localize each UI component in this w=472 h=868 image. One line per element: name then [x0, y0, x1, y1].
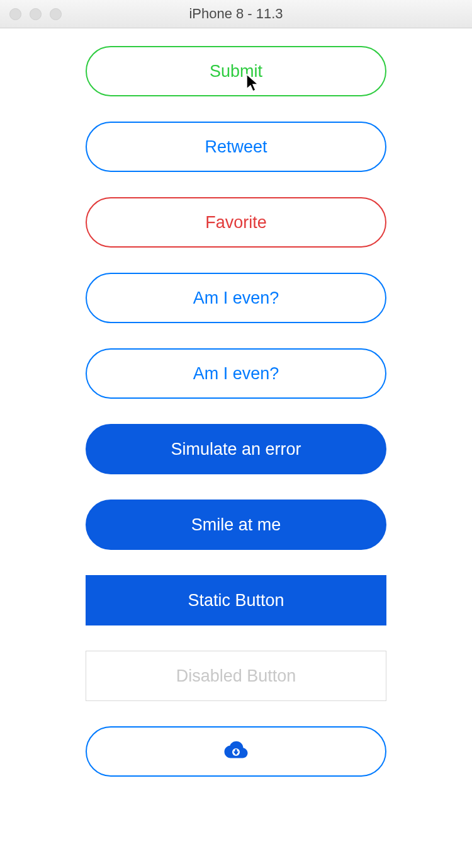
disabled-button-label: Disabled Button	[176, 666, 296, 686]
favorite-button-label: Favorite	[205, 213, 267, 232]
cloud-download-icon	[224, 740, 248, 763]
favorite-button[interactable]: Favorite	[86, 197, 386, 248]
simulate-error-button[interactable]: Simulate an error	[86, 424, 386, 474]
smile-button-label: Smile at me	[191, 515, 281, 535]
static-button[interactable]: Static Button	[86, 575, 386, 625]
svg-rect-1	[235, 749, 237, 752]
retweet-button-label: Retweet	[205, 137, 267, 157]
cloud-download-button[interactable]	[86, 726, 386, 777]
static-button-label: Static Button	[188, 591, 284, 610]
window-title: iPhone 8 - 11.3	[0, 6, 472, 22]
am-i-even-button-1[interactable]: Am I even?	[86, 273, 386, 323]
submit-button-label: Submit	[210, 62, 262, 81]
am-i-even-button-1-label: Am I even?	[193, 288, 279, 308]
submit-button[interactable]: Submit	[86, 46, 386, 96]
traffic-lights	[9, 8, 62, 20]
minimize-window-button[interactable]	[30, 8, 42, 20]
smile-button[interactable]: Smile at me	[86, 500, 386, 550]
simulate-error-button-label: Simulate an error	[171, 440, 301, 459]
zoom-window-button[interactable]	[50, 8, 62, 20]
am-i-even-button-2-label: Am I even?	[193, 364, 279, 384]
window-titlebar: iPhone 8 - 11.3	[0, 0, 472, 28]
disabled-button: Disabled Button	[86, 651, 386, 701]
simulator-screen: Submit Retweet Favorite Am I even? Am I …	[0, 28, 472, 802]
close-window-button[interactable]	[9, 8, 21, 20]
retweet-button[interactable]: Retweet	[86, 122, 386, 172]
am-i-even-button-2[interactable]: Am I even?	[86, 348, 386, 399]
